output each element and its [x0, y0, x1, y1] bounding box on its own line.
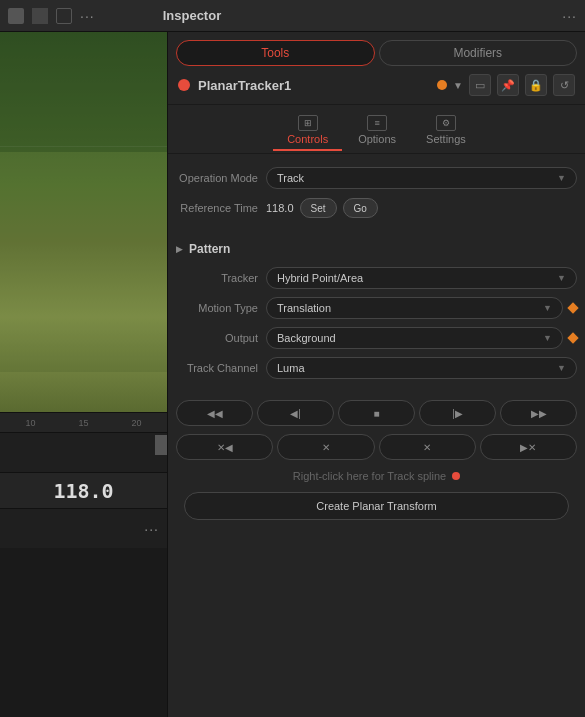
clear-back-btn[interactable]: ✕	[277, 434, 374, 460]
timeline-progress	[155, 435, 167, 455]
options-label: Options	[358, 133, 396, 145]
tab-settings[interactable]: ⚙ Settings	[412, 111, 480, 151]
track-spline-row[interactable]: Right-click here for Track spline	[168, 464, 585, 488]
node-pin-icon[interactable]: 📌	[497, 74, 519, 96]
node-header: PlanarTracker1 ▼ ▭ 📌 🔒 ↺	[168, 66, 585, 105]
ref-time-value: 118.0	[266, 202, 294, 214]
tab-options[interactable]: ≡ Options	[344, 111, 410, 151]
ref-time-row: 118.0 Set Go	[266, 198, 577, 218]
options-icon: ≡	[367, 115, 387, 131]
stop-btn[interactable]: ■	[338, 400, 415, 426]
create-btn-label: Create Planar Transform	[316, 500, 436, 512]
foliage-overlay	[0, 32, 167, 152]
node-copy-icon[interactable]: ▭	[469, 74, 491, 96]
inspector-tabs: Tools Modifiers	[168, 32, 585, 66]
track-spline-text: Right-click here for Track spline	[293, 470, 446, 482]
video-overlay-svg	[0, 32, 167, 372]
timeline-area: 10 15 20	[0, 412, 167, 472]
controls-label: Controls	[287, 133, 328, 145]
forward-step-icon: |▶	[452, 408, 463, 419]
reverse-all-icon: ◀◀	[207, 408, 223, 419]
motion-type-keyframe-diamond[interactable]	[567, 302, 578, 313]
ruler-mark-10: 10	[25, 418, 35, 428]
reverse-step-icon: ◀|	[290, 408, 301, 419]
pattern-section-header[interactable]: ▶ Pattern	[168, 236, 585, 262]
video-preview	[0, 32, 167, 412]
grid-icon[interactable]	[32, 8, 48, 24]
clear-forward-all-btn[interactable]: ▶✕	[480, 434, 577, 460]
node-lock-icon[interactable]: 🔒	[525, 74, 547, 96]
motion-type-chevron: ▼	[543, 303, 552, 313]
operation-mode-text: Track	[277, 172, 304, 184]
divider-1	[168, 153, 585, 154]
output-row: Output Background ▼	[176, 326, 577, 350]
window-icon[interactable]	[56, 8, 72, 24]
timeline-track	[0, 435, 167, 455]
ruler-mark-20: 20	[131, 418, 141, 428]
operation-mode-value: Track ▼	[266, 167, 577, 189]
settings-icon: ⚙	[436, 115, 456, 131]
motion-type-dropdown[interactable]: Translation ▼	[266, 297, 563, 319]
reverse-step-btn[interactable]: ◀|	[257, 400, 334, 426]
output-chevron: ▼	[543, 333, 552, 343]
more-options-right[interactable]: ···	[562, 8, 577, 24]
operation-mode-chevron: ▼	[557, 173, 566, 183]
tracker-dropdown-wrap: Hybrid Point/Area ▼	[266, 267, 577, 289]
motion-type-wrap: Translation ▼	[266, 297, 577, 319]
clear-forward-icon: ✕	[423, 442, 431, 453]
tab-modifiers[interactable]: Modifiers	[379, 40, 578, 66]
create-planar-transform-btn[interactable]: Create Planar Transform	[184, 492, 569, 520]
tracker-label: Tracker	[176, 272, 266, 284]
motion-type-value: Translation	[277, 302, 331, 314]
more-options-bottom[interactable]: ···	[144, 521, 159, 537]
go-button[interactable]: Go	[343, 198, 378, 218]
tracker-value: Hybrid Point/Area	[277, 272, 363, 284]
controls-tabs: ⊞ Controls ≡ Options ⚙ Settings	[168, 105, 585, 151]
right-panel: Tools Modifiers PlanarTracker1 ▼ ▭ 📌 🔒 ↺…	[168, 32, 585, 717]
reference-time-label: Reference Time	[176, 202, 266, 214]
section-triangle: ▶	[176, 244, 183, 254]
track-channel-value: Luma	[277, 362, 305, 374]
settings-label: Settings	[426, 133, 466, 145]
node-dropdown-arrow[interactable]: ▼	[453, 80, 463, 91]
clear-back-all-icon: ✕◀	[217, 442, 233, 453]
track-channel-dropdown[interactable]: Luma ▼	[266, 357, 577, 379]
controls-icon: ⊞	[298, 115, 318, 131]
clear-forward-btn[interactable]: ✕	[379, 434, 476, 460]
track-channel-row: Track Channel Luma ▼	[176, 356, 577, 380]
pattern-properties: Tracker Hybrid Point/Area ▼ Motion Type …	[168, 262, 585, 396]
output-value: Background	[277, 332, 336, 344]
timeline-ruler: 10 15 20	[0, 413, 167, 433]
tracker-dropdown[interactable]: Hybrid Point/Area ▼	[266, 267, 577, 289]
tab-tools[interactable]: Tools	[176, 40, 375, 66]
motion-type-row: Motion Type Translation ▼	[176, 296, 577, 320]
reference-time-row: Reference Time 118.0 Set Go	[176, 196, 577, 220]
tracker-row: Tracker Hybrid Point/Area ▼	[176, 266, 577, 290]
ruler-marks: 10 15 20	[4, 418, 163, 428]
node-dot-orange	[437, 80, 447, 90]
more-options-left[interactable]: ···	[80, 8, 95, 24]
forward-all-btn[interactable]: ▶▶	[500, 400, 577, 426]
track-channel-label: Track Channel	[176, 362, 266, 374]
ground-overlay	[0, 152, 167, 372]
forward-step-btn[interactable]: |▶	[419, 400, 496, 426]
node-refresh-icon[interactable]: ↺	[553, 74, 575, 96]
clear-back-icon: ✕	[322, 442, 330, 453]
main-layout: 10 15 20 118.0 ··· Tools Modifiers	[0, 32, 585, 717]
left-panel: 10 15 20 118.0 ···	[0, 32, 168, 717]
clear-back-all-btn[interactable]: ✕◀	[176, 434, 273, 460]
output-keyframe-diamond[interactable]	[567, 332, 578, 343]
properties-section: Operation Mode Track ▼ Reference Time 11…	[168, 156, 585, 236]
ruler-mark-15: 15	[78, 418, 88, 428]
output-wrap: Background ▼	[266, 327, 577, 349]
inspector-title: Inspector	[163, 8, 222, 23]
timecode-value[interactable]: 118.0	[53, 479, 113, 503]
operation-mode-dropdown[interactable]: Track ▼	[266, 167, 577, 189]
reference-time-value-area: 118.0 Set Go	[266, 198, 577, 218]
tab-controls[interactable]: ⊞ Controls	[273, 111, 342, 151]
set-button[interactable]: Set	[300, 198, 337, 218]
output-dropdown[interactable]: Background ▼	[266, 327, 563, 349]
view-icon[interactable]	[8, 8, 24, 24]
reverse-all-btn[interactable]: ◀◀	[176, 400, 253, 426]
track-channel-chevron: ▼	[557, 363, 566, 373]
